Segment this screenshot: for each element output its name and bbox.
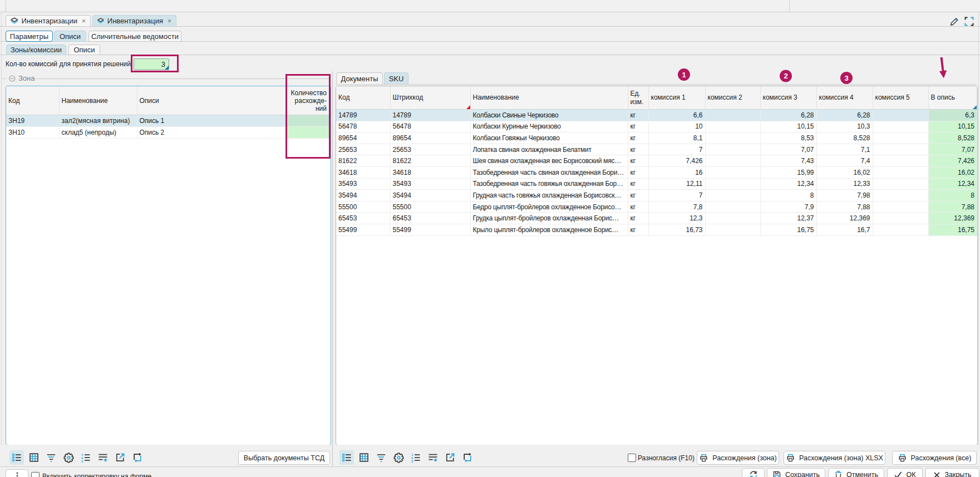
zone-row[interactable]: ЗН10склад5 (непроды)Опись 2 [6,127,331,139]
edit-pencil-icon[interactable] [948,16,959,27]
gear-icon[interactable] [391,450,406,465]
sku-row[interactable]: 8162281622Шея свиная охлажденная вес Бор… [336,155,977,167]
tab-inventarizaciya[interactable]: Инвентаризация × [92,15,176,26]
column-header-naimenovanie[interactable]: Наименование [59,86,137,115]
grid-view-icon[interactable] [357,450,371,465]
sku-row[interactable]: 3549335493Тазобедренная часть говяжья ох… [336,178,977,190]
column-header[interactable]: В опись [928,86,977,110]
numbered-list-icon[interactable]: 1 2 3 [408,450,423,465]
svg-text:3: 3 [81,460,83,463]
column-header[interactable]: комиссия 1 [648,86,705,110]
zone-row[interactable]: ЗН19зал2(мясная витрина)Опись 1 [6,115,331,127]
page-tab-2[interactable]: Описи [54,31,86,42]
disagreements-checkbox[interactable] [628,454,636,462]
column-header-opisi[interactable]: Описи [137,86,287,115]
cell: 16,73 [648,224,705,235]
page-tab-1[interactable]: Параметры [6,31,53,42]
discrepancies-zone-xlsx-button[interactable]: Расхождения (зона) XLSX [784,451,885,465]
sku-row[interactable]: 6545365453Грудка цыплят-бройлеров охлажд… [336,213,977,224]
list-view-icon[interactable] [9,450,24,465]
disagreements-checkbox-row: Разногласия (F10) [628,451,695,465]
sku-row[interactable]: 5647856478Колбаски Куриные Черкизовокг10… [336,121,977,132]
select-tsd-documents-button[interactable]: Выбрать документы ТСД [238,451,330,465]
column-header[interactable]: Штрихкод [390,86,470,110]
numbered-list-icon[interactable]: 1 2 3 [78,450,93,465]
right-tab-документы[interactable]: Документы [336,72,383,84]
cell: 7 [648,190,705,201]
printer-icon [786,454,795,463]
filter-icon[interactable] [374,450,388,465]
column-header[interactable]: комиссия 5 [873,86,928,110]
cell: 65453 [336,213,390,224]
cell: кг [628,213,648,224]
cell [705,155,760,167]
discrepancies-zone-button[interactable]: Расхождения (зона) [697,451,779,465]
column-header[interactable]: Код [336,86,390,110]
open-external-icon[interactable] [113,450,127,465]
right-tab-sku[interactable]: SKU [384,72,408,84]
cell: 55500 [390,201,470,213]
refresh-loop-icon[interactable] [130,450,145,465]
add-rows-icon[interactable] [96,450,110,465]
column-header-kod[interactable]: Код [6,86,59,115]
more-options-button[interactable] [6,469,28,477]
cell: Колбаски Говяжьи Черкизово [470,132,628,144]
grid-view-icon[interactable] [27,450,41,465]
cell [873,110,928,121]
enable-correction-checkbox[interactable] [31,472,40,477]
cell: 7,88 [928,201,977,213]
sku-row[interactable]: 5550055500Бедро цыплят-бройлеров охлажде… [336,201,977,213]
open-external-icon[interactable] [443,450,457,465]
cell: 35493 [390,178,470,190]
cell: ЗН10 [6,127,59,139]
column-header-kolichestvo-raskhozhdeniy[interactable]: Количество расхожде- ний [287,86,331,115]
sku-row[interactable]: 3549435494Грудная часть говяжья охлажден… [336,190,977,201]
sub-tab-1[interactable]: Зоны/комиссии [6,45,66,55]
close-icon[interactable]: × [82,17,86,25]
gear-icon[interactable] [61,450,76,465]
ok-button[interactable]: ОК [887,468,923,477]
commission-count-input[interactable]: 3 [134,58,169,70]
close-button[interactable]: Закрыть [925,468,979,477]
column-header[interactable]: Ед. изм. [628,86,648,110]
cell: Крыло цыплят-бройлеров охлажденное Борис… [470,224,628,235]
groupbox-title: Зона [18,73,35,84]
tab-inventarizacii[interactable]: Инвентаризации × [6,15,91,26]
close-icon[interactable]: × [168,17,171,25]
refresh-loop-icon[interactable] [460,450,475,465]
cell: склад5 (непроды) [59,127,137,139]
cell: 8 [928,190,977,201]
sku-row[interactable]: 2565325653Лопатка свиная охлажденная Бел… [336,144,977,155]
sub-tab-2[interactable]: Описи [68,45,100,55]
cell: 16,02 [928,166,977,178]
discrepancies-all-button[interactable]: Расхождения (все) [892,451,977,465]
cell [873,224,928,235]
add-rows-icon[interactable] [426,450,440,465]
column-header[interactable]: комиссия 3 [760,86,816,110]
refresh-button[interactable] [742,468,765,477]
sub-tab-bar: Зоны/комиссииОписи [0,41,980,55]
filter-icon[interactable] [44,450,58,465]
cell: 7,426 [928,155,977,167]
column-header[interactable]: Наименование [470,86,628,110]
sku-row[interactable]: 3461834618Тазобедренная часть свиная охл… [336,166,977,178]
save-button[interactable]: Сохранить [767,468,825,477]
collapse-icon[interactable] [9,75,16,82]
list-view-icon[interactable] [339,450,354,465]
cell: 34618 [390,166,470,178]
sku-row[interactable]: 8965489654Колбаски Говяжьи Черкизовокг8,… [336,132,977,144]
cell: Шея свиная охлажденная вес Борисовский м… [470,155,628,167]
column-header[interactable]: комиссия 2 [705,86,760,110]
cell: кг [628,178,648,190]
page-tab-3[interactable]: Сличительные ведомости [88,31,181,42]
cell: 16,02 [816,166,873,178]
panel-splitter[interactable] [332,71,333,466]
sku-row[interactable]: 1478914789Колбаски Свиные Черкизовокг6,6… [336,110,977,121]
tab-label: Инвентаризации [22,17,77,25]
cell [705,121,760,132]
cancel-button[interactable]: Отменить [828,468,884,477]
cell [705,132,760,144]
fullscreen-icon[interactable] [964,16,975,27]
sku-row[interactable]: 5549955499Крыло цыплят-бройлеров охлажде… [336,224,977,235]
column-header[interactable]: комиссия 4 [816,86,873,110]
